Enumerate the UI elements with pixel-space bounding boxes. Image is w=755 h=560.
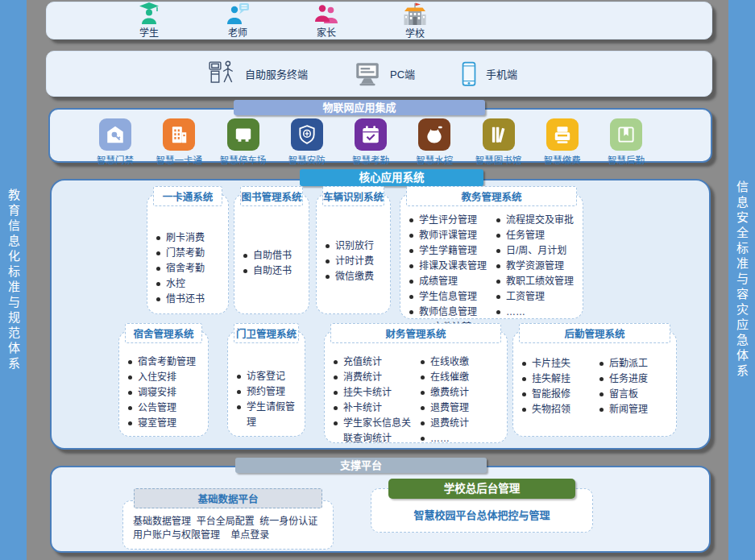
onecard-system-title: 一卡通系统: [153, 186, 222, 206]
terminals-panel: 自助服务终端 PC端 手机端: [46, 51, 712, 97]
list-item: ……: [421, 431, 505, 446]
bullet-icon: [237, 405, 241, 409]
terminal-mobile: 手机端: [460, 61, 517, 87]
terminals-row: 自助服务终端 PC端 手机端: [47, 52, 711, 96]
support-platform-panel: 支撑平台 基础数据平台 基础数据管理 平台全局配置 统一身份认证 用户账户与权限…: [50, 466, 711, 553]
bullet-icon: [334, 406, 338, 410]
list-item: 日/周、月计划: [496, 243, 581, 259]
bullet-icon: [334, 375, 338, 380]
list-item: 计时计费: [326, 254, 388, 269]
finance-system-title: 财务管理系统: [330, 323, 501, 343]
dorm-system-title: 宿舍管理系统: [125, 323, 202, 343]
list-item: ……: [496, 305, 581, 320]
bullet-icon: [421, 391, 425, 395]
finance-system-box: 财务管理系统 充值统计消费统计挂失卡统计补卡统计学生家长信息关联查询统计 在线收…: [324, 330, 508, 443]
user-school-label: 学校: [405, 26, 425, 39]
bullet-icon: [156, 282, 160, 286]
iot-attendance: 智慧考勤: [339, 118, 402, 166]
door-access-icon: [99, 118, 131, 151]
onecard-icon: [163, 118, 195, 151]
right-standard-bar-label: 信息安全标准与容灾应急体系: [733, 180, 750, 380]
bullet-icon: [496, 234, 500, 238]
list-item: 教师评课管理: [409, 228, 494, 243]
user-student: 学生: [118, 2, 180, 39]
left-standard-bar-label: 教育信息化标准与规范体系: [5, 189, 22, 372]
gate-system-title: 门卫管理系统: [234, 323, 299, 343]
bullet-icon: [599, 377, 604, 381]
list-item: 教师信息管理: [409, 305, 494, 320]
bullet-icon: [326, 259, 330, 263]
academic-system-box: 教务管理系统 学生评分管理教师评课管理学生学籍管理排课及课表管理成绩管理学生信息…: [400, 193, 583, 319]
iot-water-label: 智慧水控: [416, 153, 453, 166]
finance-system-col2: 在线收缴在线催缴缴费统计退费管理退费统计……: [418, 355, 505, 446]
bullet-icon: [496, 249, 500, 253]
list-item: 微信缴费: [326, 269, 388, 284]
iot-library-label: 智慧图书馆: [475, 153, 522, 166]
base-data-platform-group: 基础数据平台 基础数据管理 平台全局配置 统一身份认证 用户账户与权限管理 单点…: [122, 488, 334, 550]
bullet-icon: [156, 236, 160, 240]
bullet-icon: [128, 406, 132, 410]
base-data-platform-title: 基础数据平台: [134, 488, 322, 508]
bullet-icon: [496, 264, 500, 268]
iot-onecard: 智慧一卡通: [147, 118, 210, 166]
list-item: 补卡统计: [334, 400, 418, 416]
list-item: 在线催缴: [421, 370, 505, 385]
list-item: 新闻管理: [599, 402, 674, 417]
vehicle-system-title: 车辆识别系统: [322, 186, 384, 206]
bullet-icon: [522, 362, 526, 366]
base-data-platform-line1: 基础数据管理 平台全局配置 统一身份认证: [133, 515, 323, 529]
parking-icon: [227, 118, 259, 151]
list-item: 调寝安排: [128, 385, 206, 400]
iot-payment: 智慧缴费: [531, 118, 594, 166]
list-item: 卡片挂失: [522, 356, 597, 371]
bullet-icon: [326, 244, 330, 248]
iot-door-access: 智慧门禁: [84, 118, 147, 166]
iot-panel: 物联网应用集成 智慧门禁: [48, 108, 712, 163]
users-panel: 学生 老师 家长: [46, 2, 712, 39]
bullet-icon: [522, 408, 526, 412]
iot-attendance-label: 智慧考勤: [352, 153, 389, 166]
bullet-icon: [128, 391, 132, 395]
bullet-icon: [522, 392, 526, 396]
left-standard-bar: 教育信息化标准与规范体系: [0, 0, 27, 560]
logistics-system-columns: 卡片挂失挂失解挂智能报修失物招领 后勤派工任务进度留言板新闻管理: [513, 343, 676, 417]
library-system-list: 自助借书自助还书: [234, 206, 309, 279]
iot-water: 智慧水控: [403, 118, 466, 166]
bullet-icon: [421, 360, 425, 364]
bullet-icon: [128, 421, 132, 425]
onecard-system-list: 刷卡消费门禁考勤宿舍考勤水控借书还书: [147, 206, 228, 307]
iot-security-label: 智慧安防: [288, 153, 326, 166]
iot-banner: 物联网应用集成: [234, 100, 485, 115]
bullet-icon: [522, 377, 526, 381]
list-item: 退费统计: [421, 416, 505, 431]
bullet-icon: [334, 391, 338, 395]
iot-security: 智慧安防: [276, 118, 338, 166]
user-parent-label: 家长: [317, 25, 336, 39]
list-item: 学生请假管理: [237, 400, 303, 430]
bullet-icon: [599, 408, 604, 412]
iot-door-access-label: 智慧门禁: [97, 153, 134, 166]
school-admin-group: 学校总后台管理 智慧校园平台总体把控与管理: [371, 479, 593, 533]
terminal-mobile-label: 手机端: [486, 66, 517, 81]
finance-system-col1: 充值统计消费统计挂失卡统计补卡统计学生家长信息关联查询统计: [331, 355, 418, 446]
vehicle-system-box: 车辆识别系统 识别放行计时计费微信缴费: [316, 193, 391, 314]
users-row: 学生 老师 家长: [47, 2, 711, 39]
support-platform-banner: 支撑平台: [235, 458, 487, 473]
list-item: 门禁考勤: [156, 246, 226, 261]
list-item: 后勤派工: [599, 356, 674, 371]
list-item: 在线收缴: [421, 355, 505, 370]
user-teacher-label: 老师: [228, 25, 247, 39]
list-item: 学生家长信息关联查询统计: [334, 416, 418, 446]
pc-icon: [353, 62, 382, 86]
student-icon: [138, 2, 160, 24]
academic-system-col2: 流程提交及审批任务管理日/周、月计划教学资源管理教职工绩效管理工资管理……: [494, 213, 581, 335]
bullet-icon: [421, 421, 425, 425]
list-item: 流程提交及审批: [496, 213, 581, 228]
list-item: 宿舍考勤管理: [128, 355, 206, 370]
iot-logistics: 智慧后勤: [595, 118, 658, 166]
terminal-kiosk: 自助服务终端: [208, 60, 308, 89]
list-item: 排课及课表管理: [409, 259, 494, 274]
list-item: 寝室管理: [128, 416, 206, 431]
bullet-icon: [156, 297, 160, 301]
academic-system-columns: 学生评分管理教师评课管理学生学籍管理排课及课表管理成绩管理学生信息管理教师信息管…: [400, 206, 583, 335]
